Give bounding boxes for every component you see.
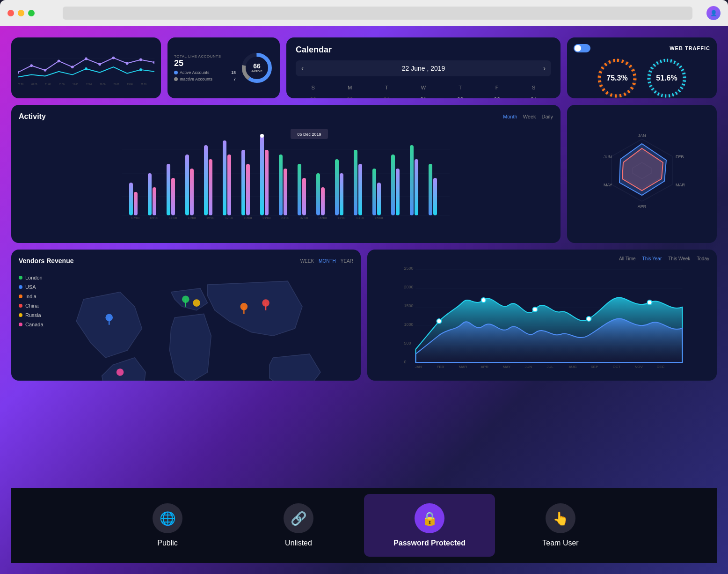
nav-password-protected[interactable]: 🔒 Password Protected bbox=[364, 494, 495, 557]
address-bar[interactable] bbox=[63, 7, 692, 20]
svg-rect-70 bbox=[302, 178, 306, 215]
svg-point-141 bbox=[587, 316, 591, 321]
time-tabs: Month Week Daily bbox=[503, 114, 553, 119]
svg-rect-73 bbox=[335, 159, 339, 215]
cal-day-02[interactable]: 02 bbox=[443, 94, 478, 98]
svg-point-14 bbox=[85, 67, 87, 70]
svg-text:05 Dec 2019: 05 Dec 2019 bbox=[297, 132, 321, 137]
svg-rect-59 bbox=[209, 159, 212, 215]
vendors-tab-month[interactable]: MONTH bbox=[319, 258, 336, 264]
app-container: 07:00 09:00 11:00 13:00 15:00 17:00 19:0… bbox=[0, 26, 728, 574]
svg-text:13:00: 13:00 bbox=[188, 216, 196, 220]
svg-text:19:00: 19:00 bbox=[100, 83, 105, 86]
vendors-title: Vendors Revenue bbox=[19, 257, 74, 265]
svg-rect-76 bbox=[358, 164, 362, 215]
legend-usa: USA bbox=[19, 284, 56, 290]
public-label: Public bbox=[157, 539, 178, 547]
canada-dot bbox=[19, 323, 22, 326]
vendors-tab-week[interactable]: WEEK bbox=[300, 258, 314, 264]
svg-text:MAR: MAR bbox=[459, 365, 467, 368]
svg-text:07:00: 07:00 bbox=[131, 216, 140, 220]
vendors-body: London USA India China bbox=[19, 270, 353, 381]
cal-day-31[interactable]: 31 bbox=[369, 94, 404, 98]
svg-rect-84 bbox=[433, 178, 437, 215]
svg-text:19:00: 19:00 bbox=[244, 216, 252, 220]
svg-point-10 bbox=[112, 57, 115, 59]
globe-icon: 🌐 bbox=[160, 511, 176, 526]
unlisted-label: Unlisted bbox=[285, 539, 312, 547]
svg-point-13 bbox=[153, 61, 154, 64]
svg-text:13:00: 13:00 bbox=[59, 83, 65, 86]
cal-day-29[interactable]: 29 bbox=[296, 94, 331, 98]
cal-day-03[interactable]: 03 bbox=[480, 94, 515, 98]
vendors-tab-year[interactable]: YEAR bbox=[341, 258, 353, 264]
svg-rect-53 bbox=[153, 187, 156, 215]
avatar[interactable]: 👤 bbox=[706, 6, 721, 20]
svg-text:11:00: 11:00 bbox=[45, 83, 51, 86]
china-dot bbox=[19, 304, 22, 308]
area-tab-thisweek[interactable]: This Week bbox=[668, 256, 690, 261]
svg-text:0: 0 bbox=[404, 360, 407, 364]
svg-rect-77 bbox=[372, 169, 376, 215]
donut-label: 66 Active bbox=[251, 63, 262, 73]
team-user-icon-circle: 👆 bbox=[546, 503, 575, 533]
bar-chart-svg: 05 Dec 2019 bbox=[19, 126, 553, 220]
dashboard-area: 07:00 09:00 11:00 13:00 15:00 17:00 19:0… bbox=[11, 37, 717, 480]
tab-week[interactable]: Week bbox=[523, 114, 536, 119]
calendar-nav: ‹ 22 June , 2019 › bbox=[296, 60, 551, 76]
active-dot bbox=[174, 71, 178, 74]
svg-text:1000: 1000 bbox=[404, 322, 414, 327]
cal-day-30[interactable]: 30 bbox=[333, 94, 368, 98]
legend-china: China bbox=[19, 303, 56, 309]
cal-day-04[interactable]: 04 bbox=[516, 94, 551, 98]
nav-unlisted[interactable]: 🔗 Unlisted bbox=[233, 494, 364, 557]
area-tab-today[interactable]: Today bbox=[697, 256, 709, 261]
cal-day-01[interactable]: 01 bbox=[406, 94, 441, 98]
inactive-dot bbox=[174, 77, 178, 81]
desktop-gauge: 51.6% bbox=[646, 57, 688, 98]
traffic-gauges: 75.3% 51.6% bbox=[574, 57, 710, 98]
traffic-header: WEB TRAFFIC bbox=[574, 44, 710, 52]
area-tab-thisyear[interactable]: This Year bbox=[642, 256, 662, 261]
russia-dot bbox=[19, 313, 22, 317]
svg-point-65 bbox=[260, 134, 264, 138]
svg-text:MAY: MAY bbox=[604, 183, 612, 187]
svg-text:SEP: SEP bbox=[591, 365, 598, 368]
svg-text:JUN: JUN bbox=[604, 155, 612, 159]
line-chart-card: 07:00 09:00 11:00 13:00 15:00 17:00 19:0… bbox=[11, 37, 161, 98]
traffic-title: WEB TRAFFIC bbox=[670, 45, 710, 51]
cal-header-m: M bbox=[333, 83, 368, 92]
svg-text:FEB: FEB bbox=[676, 155, 684, 159]
minimize-button[interactable] bbox=[18, 10, 24, 16]
calendar-month: 22 June , 2019 bbox=[402, 65, 445, 72]
cal-header-f: F bbox=[480, 83, 515, 92]
next-month-button[interactable]: › bbox=[543, 64, 546, 73]
area-tab-alltime[interactable]: All Time bbox=[619, 256, 636, 261]
svg-text:DEC: DEC bbox=[657, 365, 665, 368]
cal-header-s1: S bbox=[296, 83, 331, 92]
area-chart-svg: 2500 2000 1500 1000 500 0 bbox=[375, 265, 709, 368]
public-icon-circle: 🌐 bbox=[153, 503, 182, 533]
svg-text:15:00: 15:00 bbox=[375, 216, 383, 220]
area-header: All Time This Year This Week Today bbox=[375, 256, 709, 261]
desktop-val: 51.6% bbox=[656, 74, 677, 82]
filler-card: JAN FEB MAR APR MAY JUN bbox=[567, 105, 717, 243]
svg-text:23:00: 23:00 bbox=[127, 83, 133, 86]
svg-text:17:00: 17:00 bbox=[225, 216, 233, 220]
svg-rect-62 bbox=[241, 150, 245, 215]
svg-point-139 bbox=[481, 298, 486, 302]
fingerprint-icon: 👆 bbox=[553, 511, 569, 526]
legend-india: India bbox=[19, 294, 56, 299]
toggle-switch[interactable] bbox=[574, 44, 590, 52]
close-button[interactable] bbox=[7, 10, 14, 16]
maximize-button[interactable] bbox=[28, 10, 35, 16]
browser-chrome: 👤 bbox=[0, 0, 728, 26]
prev-month-button[interactable]: ‹ bbox=[301, 64, 304, 73]
tab-month[interactable]: Month bbox=[503, 114, 517, 119]
nav-public[interactable]: 🌐 Public bbox=[102, 494, 233, 557]
accounts-card: TOTAL LIVE ACCOUNTS 25 Active Accounts 1… bbox=[167, 37, 280, 98]
nav-team-user[interactable]: 👆 Team User bbox=[495, 494, 626, 557]
tab-daily[interactable]: Daily bbox=[542, 114, 553, 119]
svg-text:AUG: AUG bbox=[569, 365, 577, 368]
vendors-tabs: WEEK MONTH YEAR bbox=[300, 258, 353, 264]
